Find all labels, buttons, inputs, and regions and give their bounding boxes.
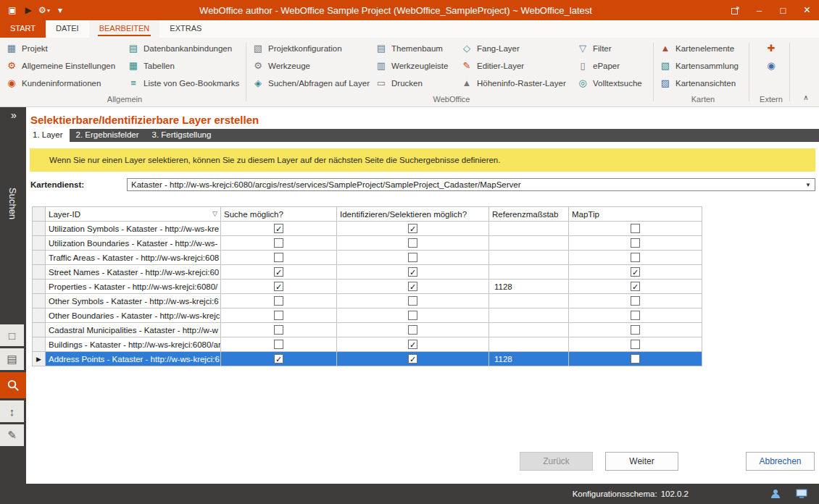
referenzmassstab-cell[interactable] [489,265,569,280]
maptip-checkbox[interactable] [631,340,640,349]
suche-checkbox[interactable] [274,311,283,320]
referenzmassstab-cell[interactable]: 1128 [489,352,569,366]
table-row[interactable]: ▶Address Points - Kataster - http://w-ws… [33,352,702,366]
ribbon-item-projektkonfiguration[interactable]: ▧Projektkonfiguration [251,40,374,57]
suche-checkbox[interactable] [274,340,283,349]
ribbon-item-epaper[interactable]: ▯ePaper [575,57,648,75]
maptip-checkbox[interactable] [631,253,640,262]
layers-tool-icon[interactable]: ▤ [0,348,24,370]
row-header-cell[interactable] [33,337,46,352]
layer-id-cell[interactable]: Cadastral Municipalities - Kataster - ht… [46,323,221,337]
table-row[interactable]: Other Symbols - Kataster - http://w-ws-k… [33,294,702,308]
layer-id-cell[interactable]: Buildings - Kataster - http://w-ws-krejc… [46,337,221,352]
ribbon-item-werkzeugleiste[interactable]: ▥Werkzeugleiste [374,57,460,75]
step-tab-fertigstellung[interactable]: 3. Fertigstellung [146,129,218,142]
referenzmassstab-cell[interactable] [489,236,569,251]
referenzmassstab-cell[interactable] [489,222,569,236]
ribbon-item-fang-layer[interactable]: ◇Fang-Layer [460,40,575,57]
tools-icon[interactable]: ⚙▾ [36,0,52,20]
table-row[interactable]: Other Boundaries - Kataster - http://w-w… [33,308,702,323]
suche-checkbox[interactable]: ✓ [274,282,283,291]
layer-id-cell[interactable]: Address Points - Kataster - http://w-ws-… [46,352,221,366]
suche-checkbox[interactable]: ✓ [274,224,283,233]
identify-checkbox[interactable]: ✓ [408,282,417,291]
ribbon-item-volltextsuche[interactable]: ◎Volltextsuche [575,75,648,92]
collapse-ribbon-icon[interactable]: ∧ [800,93,812,101]
column-header-referenzmassstab[interactable]: Referenzmaßstab [489,207,569,222]
suche-checkbox[interactable] [274,238,283,248]
table-row[interactable]: Utilization Symbols - Kataster - http://… [33,222,702,236]
ribbon-item-suchen-abfragen[interactable]: ◈Suchen/Abfragen auf Layer [251,75,374,92]
ribbon-item-kartenansichten[interactable]: ▨Kartenansichten [658,75,743,92]
column-header-suche[interactable]: Suche möglich? [221,207,337,222]
step-tab-ergebnisfelder[interactable]: 2. Ergebnisfelder [70,129,146,142]
expand-panel-icon[interactable]: » [0,107,26,121]
referenzmassstab-cell[interactable] [489,337,569,352]
column-header-layer-id[interactable]: Layer-ID▽ [46,207,221,222]
row-header-cell[interactable] [33,265,46,280]
layer-id-cell[interactable]: Traffic Areas - Kataster - http://w-ws-k… [46,251,221,265]
identify-checkbox[interactable]: ✓ [408,267,417,277]
close-button[interactable]: × [795,0,819,20]
table-row[interactable]: Utilization Boundaries - Kataster - http… [33,236,702,251]
referenzmassstab-cell[interactable]: 1128 [489,280,569,294]
ribbon-item-geo-bookmarks[interactable]: ≡Liste von Geo-Bookmarks [126,75,244,92]
tab-datei[interactable]: DATEI [46,20,89,38]
move-tool-icon[interactable]: ↕ [0,400,24,422]
identify-checkbox[interactable]: ✓ [408,354,417,364]
row-header-cell[interactable] [33,280,46,294]
save-icon[interactable]: ▣ [4,0,20,20]
row-header-cell[interactable]: ▶ [33,352,46,366]
ribbon-item-kartensammlung[interactable]: ▧Kartensammlung [658,57,743,75]
popout-icon[interactable] [723,0,747,20]
identify-checkbox[interactable]: ✓ [408,340,417,349]
ribbon-item-allgemeine-einstellungen[interactable]: ⚙Allgemeine Einstellungen [4,57,126,75]
maptip-checkbox[interactable] [631,238,640,248]
table-row[interactable]: Traffic Areas - Kataster - http://w-ws-k… [33,251,702,265]
referenzmassstab-cell[interactable] [489,308,569,323]
layer-id-cell[interactable]: Other Symbols - Kataster - http://w-ws-k… [46,294,221,308]
identify-checkbox[interactable] [408,253,417,262]
layer-id-cell[interactable]: Utilization Symbols - Kataster - http://… [46,222,221,236]
identify-checkbox[interactable] [408,325,417,335]
maximize-button[interactable]: □ [771,0,795,20]
referenzmassstab-cell[interactable] [489,294,569,308]
user-icon[interactable] [770,488,781,500]
identify-checkbox[interactable]: ✓ [408,224,417,233]
column-header-maptip[interactable]: MapTip [569,207,702,222]
suche-checkbox[interactable] [274,296,283,306]
ribbon-item-filter[interactable]: ▽Filter [575,40,648,57]
ribbon-item-drucken[interactable]: ▭Drucken [374,75,460,92]
maptip-checkbox[interactable] [631,354,640,364]
sort-filter-icon[interactable]: ▽ [212,210,217,217]
ribbon-item-pin[interactable]: ✚ [754,40,789,57]
layer-id-cell[interactable]: Other Boundaries - Kataster - http://w-w… [46,308,221,323]
table-row[interactable]: Street Names - Kataster - http://w-ws-kr… [33,265,702,280]
suche-checkbox[interactable]: ✓ [274,267,283,277]
row-header-cell[interactable] [33,251,46,265]
edit-tool-icon[interactable]: ✎ [0,424,24,446]
ribbon-item-themenbaum[interactable]: ▤Themenbaum [374,40,460,57]
suche-checkbox[interactable]: ✓ [274,354,283,364]
layer-id-cell[interactable]: Utilization Boundaries - Kataster - http… [46,236,221,251]
monitor-icon[interactable] [796,488,807,500]
column-header-identifizieren[interactable]: Identifizieren/Selektieren möglich? [337,207,489,222]
tab-start[interactable]: START [0,20,46,38]
cancel-button[interactable]: Abbrechen [746,452,815,471]
tab-bearbeiten[interactable]: BEARBEITEN [89,20,160,38]
layer-id-cell[interactable]: Street Names - Kataster - http://w-ws-kr… [46,265,221,280]
table-row[interactable]: Buildings - Kataster - http://w-ws-krejc… [33,337,702,352]
table-row[interactable]: Cadastral Municipalities - Kataster - ht… [33,323,702,337]
suche-checkbox[interactable] [274,253,283,262]
qat-customize-icon[interactable]: ▾ [52,0,68,20]
tab-extras[interactable]: EXTRAS [159,20,212,38]
table-row[interactable]: Properties - Kataster - http://w-ws-krej… [33,280,702,294]
referenzmassstab-cell[interactable] [489,251,569,265]
ribbon-item-hoeheninfo[interactable]: ▲Höheninfo-Raster-Layer [460,75,575,92]
ribbon-item-datenbankanbindungen[interactable]: ▤Datenbankanbindungen [126,40,244,57]
document-tool-icon[interactable]: □ [0,324,24,346]
identify-checkbox[interactable] [408,311,417,320]
layer-id-cell[interactable]: Properties - Kataster - http://w-ws-krej… [46,280,221,294]
maptip-checkbox[interactable] [631,311,640,320]
maptip-checkbox[interactable]: ✓ [631,267,640,277]
